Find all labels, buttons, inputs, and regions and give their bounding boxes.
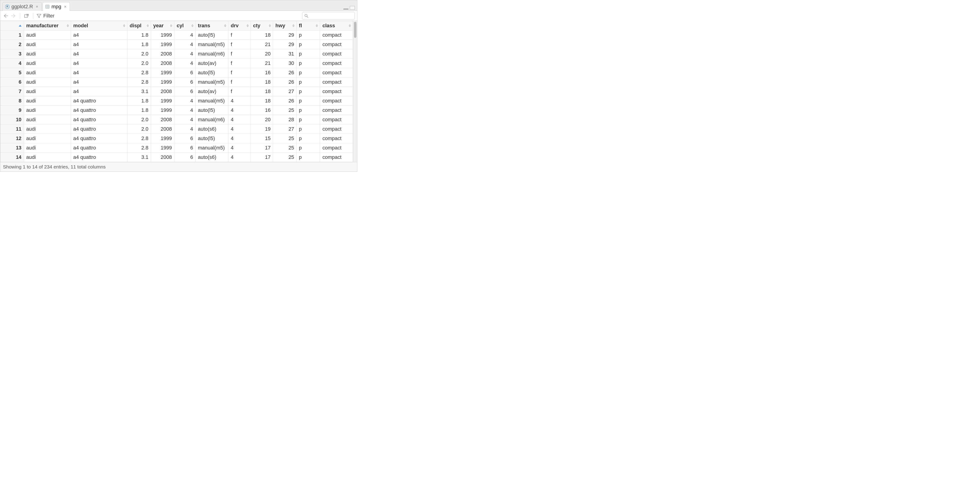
- cell-model[interactable]: a4 quattro: [71, 106, 127, 115]
- cell-displ[interactable]: 2.8: [127, 134, 151, 143]
- col-header-manufacturer[interactable]: manufacturer: [24, 21, 71, 30]
- cell-fl[interactable]: p: [296, 59, 320, 68]
- table-row[interactable]: 14audia4 quattro3.120086auto(s6)41725pco…: [0, 153, 353, 162]
- cell-trans[interactable]: auto(l5): [196, 68, 228, 78]
- row-number-cell[interactable]: 11: [0, 124, 24, 134]
- cell-hwy[interactable]: 26: [273, 68, 297, 78]
- col-header-cty[interactable]: cty: [251, 21, 273, 30]
- cell-fl[interactable]: p: [296, 87, 320, 96]
- cell-displ[interactable]: 2.8: [127, 78, 151, 87]
- cell-drv[interactable]: f: [228, 49, 251, 59]
- cell-manufacturer[interactable]: audi: [24, 153, 71, 162]
- cell-drv[interactable]: 4: [228, 96, 251, 106]
- cell-fl[interactable]: p: [296, 78, 320, 87]
- cell-model[interactable]: a4: [71, 30, 127, 40]
- cell-cty[interactable]: 20: [251, 49, 273, 59]
- cell-cty[interactable]: 17: [251, 153, 273, 162]
- cell-fl[interactable]: p: [296, 124, 320, 134]
- cell-manufacturer[interactable]: audi: [24, 30, 71, 40]
- cell-manufacturer[interactable]: audi: [24, 96, 71, 106]
- cell-cyl[interactable]: 6: [174, 68, 196, 78]
- table-row[interactable]: 8audia4 quattro1.819994manual(m5)41826pc…: [0, 96, 353, 106]
- cell-fl[interactable]: p: [296, 49, 320, 59]
- row-number-cell[interactable]: 12: [0, 134, 24, 143]
- table-row[interactable]: 5audia42.819996auto(l5)f1626pcompact: [0, 68, 353, 78]
- cell-trans[interactable]: manual(m6): [196, 115, 228, 124]
- table-row[interactable]: 9audia4 quattro1.819994auto(l5)41625pcom…: [0, 106, 353, 115]
- cell-year[interactable]: 1999: [151, 106, 174, 115]
- row-number-cell[interactable]: 10: [0, 115, 24, 124]
- cell-cyl[interactable]: 4: [174, 106, 196, 115]
- table-row[interactable]: 3audia42.020084manual(m6)f2031pcompact: [0, 49, 353, 59]
- cell-year[interactable]: 1999: [151, 78, 174, 87]
- cell-cyl[interactable]: 6: [174, 78, 196, 87]
- row-number-cell[interactable]: 1: [0, 30, 24, 40]
- cell-class[interactable]: compact: [320, 78, 353, 87]
- col-header-drv[interactable]: drv: [228, 21, 251, 30]
- table-row[interactable]: 1audia41.819994auto(l5)f1829pcompact: [0, 30, 353, 40]
- row-number-header[interactable]: [0, 21, 24, 30]
- cell-model[interactable]: a4: [71, 40, 127, 49]
- cell-model[interactable]: a4 quattro: [71, 153, 127, 162]
- cell-cty[interactable]: 16: [251, 68, 273, 78]
- maximize-pane-icon[interactable]: [350, 6, 355, 10]
- cell-cty[interactable]: 20: [251, 115, 273, 124]
- cell-drv[interactable]: f: [228, 68, 251, 78]
- cell-drv[interactable]: 4: [228, 106, 251, 115]
- cell-cyl[interactable]: 4: [174, 30, 196, 40]
- cell-model[interactable]: a4: [71, 78, 127, 87]
- cell-year[interactable]: 2008: [151, 87, 174, 96]
- cell-displ[interactable]: 1.8: [127, 106, 151, 115]
- row-number-cell[interactable]: 5: [0, 68, 24, 78]
- cell-model[interactable]: a4: [71, 68, 127, 78]
- col-header-displ[interactable]: displ: [127, 21, 151, 30]
- cell-class[interactable]: compact: [320, 115, 353, 124]
- cell-model[interactable]: a4: [71, 87, 127, 96]
- cell-displ[interactable]: 2.0: [127, 49, 151, 59]
- cell-model[interactable]: a4 quattro: [71, 134, 127, 143]
- cell-drv[interactable]: f: [228, 59, 251, 68]
- cell-manufacturer[interactable]: audi: [24, 115, 71, 124]
- cell-hwy[interactable]: 26: [273, 96, 297, 106]
- row-number-cell[interactable]: 14: [0, 153, 24, 162]
- search-box[interactable]: [302, 12, 355, 20]
- cell-displ[interactable]: 2.0: [127, 59, 151, 68]
- cell-year[interactable]: 2008: [151, 124, 174, 134]
- cell-displ[interactable]: 2.8: [127, 68, 151, 78]
- cell-year[interactable]: 1999: [151, 30, 174, 40]
- cell-class[interactable]: compact: [320, 49, 353, 59]
- cell-manufacturer[interactable]: audi: [24, 40, 71, 49]
- cell-cty[interactable]: 18: [251, 30, 273, 40]
- close-icon[interactable]: ×: [64, 5, 67, 9]
- cell-cyl[interactable]: 4: [174, 59, 196, 68]
- cell-fl[interactable]: p: [296, 106, 320, 115]
- col-header-trans[interactable]: trans: [196, 21, 228, 30]
- cell-drv[interactable]: f: [228, 40, 251, 49]
- cell-trans[interactable]: auto(av): [196, 87, 228, 96]
- cell-fl[interactable]: p: [296, 96, 320, 106]
- cell-hwy[interactable]: 25: [273, 134, 297, 143]
- cell-drv[interactable]: 4: [228, 134, 251, 143]
- cell-manufacturer[interactable]: audi: [24, 106, 71, 115]
- cell-fl[interactable]: p: [296, 115, 320, 124]
- cell-model[interactable]: a4: [71, 59, 127, 68]
- cell-fl[interactable]: p: [296, 68, 320, 78]
- cell-manufacturer[interactable]: audi: [24, 78, 71, 87]
- cell-hwy[interactable]: 26: [273, 78, 297, 87]
- search-input[interactable]: [308, 13, 353, 19]
- cell-year[interactable]: 1999: [151, 40, 174, 49]
- cell-cty[interactable]: 15: [251, 134, 273, 143]
- cell-hwy[interactable]: 31: [273, 49, 297, 59]
- col-header-model[interactable]: model: [71, 21, 127, 30]
- back-button[interactable]: [3, 13, 9, 19]
- cell-cyl[interactable]: 4: [174, 115, 196, 124]
- cell-displ[interactable]: 3.1: [127, 87, 151, 96]
- cell-hwy[interactable]: 29: [273, 40, 297, 49]
- cell-cty[interactable]: 21: [251, 59, 273, 68]
- cell-cty[interactable]: 16: [251, 106, 273, 115]
- table-row[interactable]: 10audia4 quattro2.020084manual(m6)42028p…: [0, 115, 353, 124]
- col-header-class[interactable]: class: [320, 21, 353, 30]
- cell-fl[interactable]: p: [296, 153, 320, 162]
- cell-cyl[interactable]: 4: [174, 124, 196, 134]
- cell-manufacturer[interactable]: audi: [24, 124, 71, 134]
